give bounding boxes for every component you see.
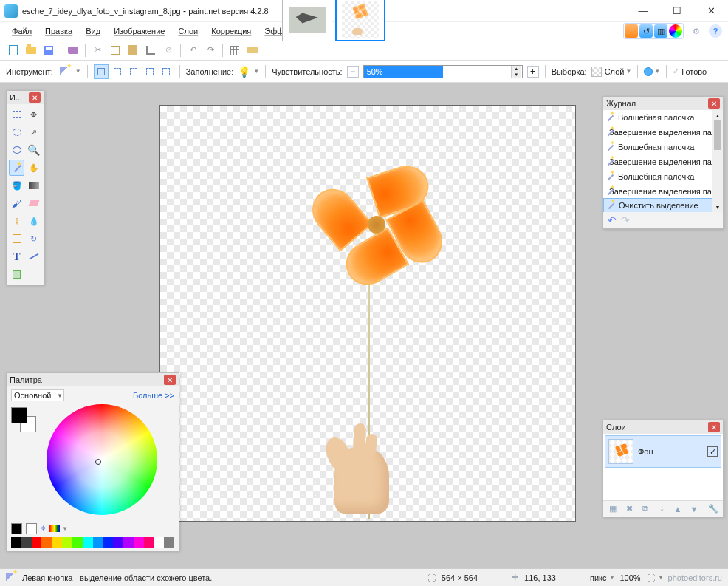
history-item[interactable]: Волшебная палочка	[603, 140, 723, 154]
move-layer-down-button[interactable]: ▼	[687, 503, 701, 515]
tool-text[interactable]: T	[9, 248, 24, 265]
colors-window-icon[interactable]	[669, 24, 682, 38]
history-scrollbar[interactable]: ▲▼	[712, 110, 723, 212]
swatch[interactable]	[123, 537, 134, 548]
swatch[interactable]	[21, 537, 32, 548]
document-thumb-bird[interactable]	[282, 0, 332, 41]
maximize-button[interactable]: ☐	[660, 0, 694, 22]
swatch-black[interactable]	[11, 523, 22, 534]
floodmode-icon[interactable]: 💡	[238, 66, 250, 78]
status-zoom[interactable]: 100%	[619, 573, 640, 582]
tool-recolor[interactable]: ↻	[26, 231, 41, 247]
menu-edit[interactable]: Правка	[39, 24, 78, 38]
swatch[interactable]	[62, 537, 72, 548]
redo-button[interactable]: ↷	[203, 43, 218, 58]
history-redo-icon[interactable]: ↷	[621, 214, 630, 226]
history-window-icon[interactable]: ↺	[639, 24, 653, 38]
layer-properties-button[interactable]: 🔧	[707, 503, 720, 515]
undo-button[interactable]: ↶	[185, 43, 200, 58]
tool-paint-bucket[interactable]: 🪣	[9, 177, 24, 194]
tool-move-selection[interactable]: ✥	[26, 106, 41, 123]
layer-item[interactable]: Фон ✓	[605, 435, 721, 468]
palette-menu-icon[interactable]: ▼	[62, 525, 68, 532]
swatch[interactable]	[164, 537, 174, 548]
print-button[interactable]	[66, 43, 80, 58]
menu-correction[interactable]: Коррекция	[205, 24, 257, 38]
open-button[interactable]	[24, 43, 38, 58]
menu-file[interactable]: Файл	[6, 24, 38, 38]
history-panel-close[interactable]: ✕	[708, 98, 720, 109]
copy-button[interactable]	[108, 43, 123, 58]
tool-line[interactable]	[26, 248, 41, 265]
settings-icon[interactable]: ⚙	[690, 24, 703, 38]
history-item[interactable]: Очистить выделение▾	[603, 198, 723, 212]
eyedropper-icon[interactable]: ⌖	[41, 522, 46, 534]
tools-window-icon[interactable]	[625, 24, 638, 38]
tool-magic-wand[interactable]	[9, 160, 24, 176]
swatch[interactable]	[11, 537, 21, 548]
swatch[interactable]	[52, 537, 62, 548]
colors-panel-close[interactable]: ✕	[164, 375, 176, 385]
current-tool-icon[interactable]	[58, 64, 72, 79]
selection-replace[interactable]	[94, 64, 109, 79]
tool-gradient[interactable]	[26, 177, 41, 194]
delete-layer-button[interactable]: ✖	[622, 503, 636, 515]
menu-view[interactable]: Вид	[80, 24, 106, 38]
tolerance-increase[interactable]: +	[527, 66, 539, 78]
crop-button[interactable]	[143, 43, 158, 58]
history-item[interactable]: Завершение выделения палочкой	[603, 125, 723, 140]
layers-window-icon[interactable]: ▥	[654, 24, 667, 38]
document-thumb-orange[interactable]	[335, 0, 385, 41]
add-layer-button[interactable]: ▦	[606, 503, 619, 515]
menu-layers[interactable]: Слои	[172, 24, 204, 38]
duplicate-layer-button[interactable]: ⧉	[639, 503, 652, 515]
tool-ellipse-select[interactable]	[9, 142, 24, 158]
tool-shapes[interactable]	[9, 266, 24, 282]
selection-add[interactable]	[110, 64, 125, 79]
color-wheel[interactable]	[47, 404, 157, 515]
history-item[interactable]: Завершение выделения палочкой	[603, 154, 723, 169]
tool-dropdown-icon[interactable]: ▼	[75, 68, 81, 75]
status-units[interactable]: пикс	[590, 573, 607, 582]
fit-window-icon[interactable]: ⛶	[647, 573, 655, 582]
more-button[interactable]: Больше >>	[133, 391, 174, 400]
new-button[interactable]	[6, 43, 21, 58]
swatch[interactable]	[154, 537, 164, 548]
commit-button[interactable]: Готово	[673, 67, 707, 76]
help-icon[interactable]: ?	[709, 24, 722, 38]
tool-pan[interactable]: ✋	[26, 160, 41, 176]
selection-subtract[interactable]	[126, 64, 141, 79]
menu-image[interactable]: Изображение	[108, 24, 171, 38]
floodmode-dropdown-icon[interactable]: ▼	[253, 68, 259, 75]
move-layer-up-button[interactable]: ▲	[671, 503, 684, 515]
tool-eraser[interactable]	[26, 195, 41, 211]
layer-visibility-checkbox[interactable]: ✓	[707, 446, 718, 457]
tool-lasso[interactable]	[9, 124, 24, 140]
paste-button[interactable]	[126, 43, 140, 58]
antialias-dropdown[interactable]: ▼	[644, 67, 660, 76]
swatch-white[interactable]	[26, 523, 37, 534]
tool-color-picker[interactable]: 💧	[26, 213, 41, 229]
tool-paintbrush[interactable]: 🖌	[9, 195, 24, 211]
tolerance-slider[interactable]: 50% ▲▼	[363, 65, 523, 78]
tool-pencil[interactable]: ✎	[9, 213, 24, 229]
swatch[interactable]	[144, 537, 154, 548]
swatch[interactable]	[93, 537, 103, 548]
save-button[interactable]	[41, 43, 56, 58]
palette-swatches[interactable]	[11, 537, 174, 548]
cut-button[interactable]: ✂	[90, 43, 105, 58]
tool-rectangle-select[interactable]	[9, 106, 24, 123]
color-type-select[interactable]: Основной	[11, 389, 64, 401]
swatch[interactable]	[41, 537, 52, 548]
close-button[interactable]: ✕	[694, 0, 728, 22]
tool-move-pixels[interactable]: ↗	[26, 124, 41, 140]
swatch[interactable]	[72, 537, 83, 548]
swatch[interactable]	[32, 537, 42, 548]
palette-icon[interactable]	[49, 525, 60, 532]
swatch[interactable]	[83, 537, 93, 548]
tool-zoom[interactable]: 🔍	[26, 142, 41, 158]
deselect-button[interactable]: ⊘	[161, 43, 176, 58]
tools-panel-close[interactable]: ✕	[29, 92, 41, 103]
selection-invert[interactable]	[159, 64, 174, 79]
history-item[interactable]: Волшебная палочка	[603, 110, 723, 125]
